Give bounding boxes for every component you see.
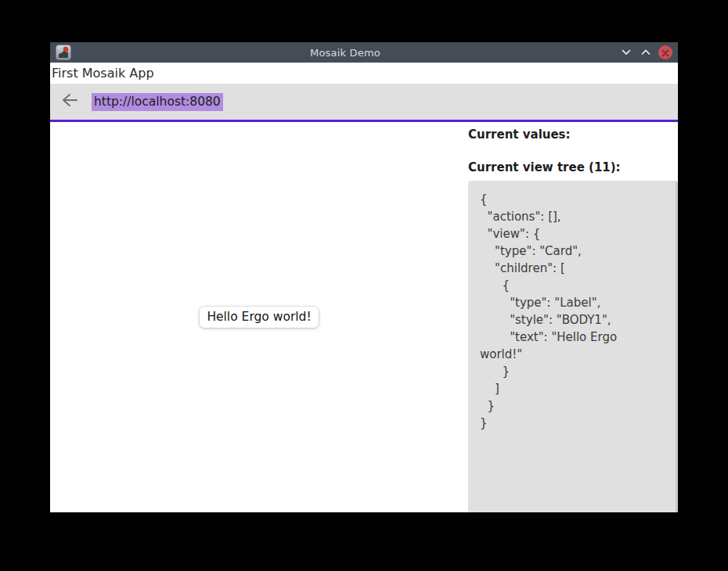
url-input[interactable]: http://localhost:8080 xyxy=(92,93,223,111)
current-values-heading: Current values: xyxy=(468,127,678,142)
maximize-button[interactable] xyxy=(639,45,653,59)
debug-panel: Current values: Current view tree (11): … xyxy=(468,122,678,512)
app-icon[interactable] xyxy=(56,45,71,60)
app-header: First Mosaik App xyxy=(50,63,678,84)
view-tree-heading: Current view tree (11): xyxy=(468,160,678,175)
window-titlebar[interactable]: Mosaik Demo xyxy=(50,42,678,63)
window-title: Mosaik Demo xyxy=(71,47,619,59)
app-icon-glyph xyxy=(59,51,68,58)
chevron-up-icon xyxy=(641,49,651,56)
url-bar: http://localhost:8080 xyxy=(50,84,678,122)
close-x-icon xyxy=(661,45,669,60)
arrow-left-icon xyxy=(61,93,78,110)
app-preview-pane: Hello Ergo world! xyxy=(50,122,468,512)
window-controls xyxy=(619,45,672,59)
chevron-down-icon xyxy=(622,49,631,56)
content-area: Hello Ergo world! Current values: Curren… xyxy=(50,122,678,512)
close-button[interactable] xyxy=(658,45,672,59)
app-icon-red-dot xyxy=(63,47,68,52)
back-button[interactable] xyxy=(60,92,79,111)
view-tree-json[interactable]: { "actions": [], "view": { "type": "Card… xyxy=(468,181,678,512)
hello-label: Hello Ergo world! xyxy=(207,310,311,324)
app-header-title: First Mosaik App xyxy=(52,66,154,81)
minimize-button[interactable] xyxy=(619,45,633,59)
app-window: Mosaik Demo xyxy=(50,42,678,512)
hello-card: Hello Ergo world! xyxy=(200,307,318,328)
